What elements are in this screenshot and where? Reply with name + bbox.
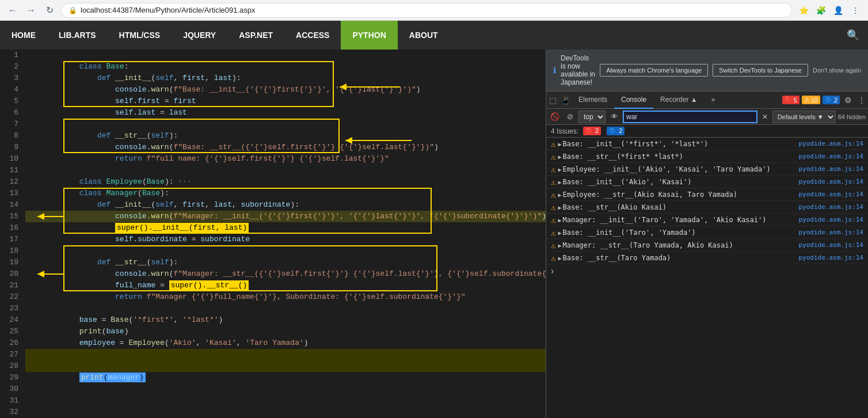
chrome-actions: ⭐ 🧩 👤 ⋮: [797, 3, 862, 17]
console-msg-7[interactable]: ⚠ ▶Manager: __init__('Taro', 'Yamada', '…: [546, 214, 868, 226]
menu-button[interactable]: ⋮: [848, 3, 862, 17]
nav-jquery[interactable]: JQUERY: [172, 21, 227, 50]
code-panel[interactable]: 12345 678910 1112131415 1617181920 21222…: [0, 50, 546, 418]
btn-switch[interactable]: Switch DevTools to Japanese: [713, 64, 808, 77]
warn-icon-2: ⚠: [551, 152, 555, 161]
main-area: 12345 678910 1112131415 1617181920 21222…: [0, 50, 868, 418]
extensions-button[interactable]: 🧩: [814, 3, 828, 17]
nav-home[interactable]: HOME: [0, 21, 47, 50]
dt-device-button[interactable]: 📱: [559, 94, 572, 107]
badge-info: 🔵 2: [823, 96, 840, 104]
context-select[interactable]: top: [578, 111, 606, 123]
code-line-4: self.first = first: [25, 84, 546, 96]
btn-dismiss[interactable]: Don't show again: [813, 67, 861, 74]
forward-button[interactable]: →: [24, 3, 38, 17]
nav-about[interactable]: ABOUT: [398, 21, 450, 50]
address-bar[interactable]: 🔒 localhost:44387/Menu/Python/Article/Ar…: [61, 3, 792, 18]
file-link-2[interactable]: pyodide.asm.js:14: [798, 153, 863, 160]
console-clear-button[interactable]: 🚫: [549, 111, 561, 123]
console-messages[interactable]: ⚠ ▶Base: __init__('*first*', '*last*') p…: [546, 138, 868, 418]
console-msg-8[interactable]: ⚠ ▶Base: __init__('Taro', 'Yamada') pyod…: [546, 226, 868, 239]
reload-button[interactable]: ↻: [43, 3, 56, 17]
code-lines: class Base: def __init__(self, first, la…: [23, 50, 546, 418]
console-msg-2[interactable]: ⚠ ▶Base: __str__(*first* *last*) pyodide…: [546, 150, 868, 163]
console-msg-3[interactable]: ⚠ ▶Employee: __init__('Akio', 'Kasai', '…: [546, 163, 868, 176]
nav-search-area: 🔍: [847, 21, 868, 50]
nav-access[interactable]: ACCESS: [284, 21, 341, 50]
file-link-5[interactable]: pyodide.asm.js:14: [798, 191, 863, 198]
console-msg-1[interactable]: ⚠ ▶Base: __init__('*first*', '*last*') p…: [546, 138, 868, 150]
console-msg-5[interactable]: ⚠ ▶Employee: __str__(Akio Kasai, Taro Ya…: [546, 188, 868, 201]
notification-text: DevTools is now available in Japanese!: [561, 54, 595, 86]
tab-more[interactable]: »: [705, 92, 722, 109]
code-line-2: def __init__(self, first, last):: [25, 61, 546, 73]
code-line-7: def __str__(self):: [25, 119, 546, 130]
console-eye-button[interactable]: 👁: [608, 111, 620, 123]
lock-icon: 🔒: [68, 6, 77, 14]
msg-text-10: ▶Base: __str__(Taro Yamada): [558, 254, 796, 262]
code-line-27: [25, 234, 546, 245]
clear-search-button[interactable]: ✕: [760, 112, 770, 122]
nav-search-button[interactable]: 🔍: [847, 29, 859, 41]
code-line-25: super().__init__(first, last): [25, 211, 546, 222]
code-line-22: class Manager(Base):: [25, 176, 546, 188]
line-numbers: 12345 678910 1112131415 1617181920 21222…: [0, 50, 23, 418]
code-line-9: return f"full name: {'{'}self.first{'}'}…: [25, 142, 546, 153]
tab-elements[interactable]: Elements: [572, 92, 614, 109]
devtools-panel: ℹ DevTools is now available in Japanese!…: [546, 50, 868, 418]
console-msg-4[interactable]: ⚠ ▶Base: __init__('Akio', 'Kasai') pyodi…: [546, 176, 868, 188]
msg-text-7: ▶Manager: __init__('Taro', 'Yamada', 'Ak…: [558, 216, 796, 224]
console-search-input[interactable]: [623, 111, 757, 123]
info-icon: ℹ: [553, 66, 556, 75]
code-line-10: [25, 153, 546, 165]
issues-label: 4 Issues:: [551, 127, 578, 135]
msg-text-6: ▶Base: __str__(Akio Kasai): [558, 203, 796, 211]
msg-text-3: ▶Employee: __init__('Akio', 'Kasai', 'Ta…: [558, 165, 796, 173]
nav-libarts[interactable]: LIB.ARTS: [47, 21, 108, 50]
nav-htmlcss[interactable]: HTML/CSS: [108, 21, 172, 50]
btn-language[interactable]: Always match Chrome's language: [600, 64, 708, 77]
bookmark-button[interactable]: ⭐: [797, 3, 810, 17]
warn-icon-7: ⚠: [551, 215, 555, 225]
file-link-9[interactable]: pyodide.asm.js:14: [798, 241, 863, 249]
msg-text-4: ▶Base: __init__('Akio', 'Kasai'): [558, 178, 796, 186]
gear-icon[interactable]: ⚙: [841, 96, 855, 105]
file-link-10[interactable]: pyodide.asm.js:14: [798, 254, 863, 261]
level-select[interactable]: Default levels ▼: [772, 111, 836, 123]
code-line-31: return f"Manager {'{'}full_name{'}'}, Su…: [25, 280, 546, 291]
code-line-23: def __init__(self, first, last, subordin…: [25, 188, 546, 199]
console-msg-10[interactable]: ⚠ ▶Base: __str__(Taro Yamada) pyodide.as…: [546, 252, 868, 264]
dt-inspect-button[interactable]: ⬚: [546, 94, 559, 107]
console-msg-6[interactable]: ⚠ ▶Base: __str__(Akio Kasai) pyodide.asm…: [546, 201, 868, 214]
warn-icon-6: ⚠: [551, 203, 555, 212]
back-button[interactable]: ←: [6, 3, 20, 17]
code-line-36: print(employee): [25, 337, 546, 349]
console-caret: ›: [546, 264, 868, 278]
file-link-8[interactable]: pyodide.asm.js:14: [798, 229, 863, 236]
profile-button[interactable]: 👤: [831, 3, 845, 17]
nav-aspnet[interactable]: ASP.NET: [227, 21, 284, 50]
badge-errors: 🔴 5: [782, 96, 800, 104]
code-line-30: full_name = super().__str__(): [25, 268, 546, 280]
tab-console[interactable]: Console: [614, 92, 653, 109]
file-link-3[interactable]: pyodide.asm.js:14: [798, 165, 863, 173]
file-link-6[interactable]: pyodide.asm.js:14: [798, 203, 863, 211]
tab-recorder[interactable]: Recorder ▲: [653, 92, 705, 109]
warn-icon-8: ⚠: [551, 228, 555, 237]
console-msg-9[interactable]: ⚠ ▶Manager: __str__(Taro Yamada, Akio Ka…: [546, 239, 868, 252]
file-link-1[interactable]: pyodide.asm.js:14: [798, 140, 863, 147]
code-line-24: console.warn(f"Manager: __init__('{'{'}f…: [25, 199, 546, 211]
msg-text-8: ▶Base: __init__('Taro', 'Yamada'): [558, 229, 796, 237]
warn-icon-5: ⚠: [551, 190, 555, 199]
console-filter-button[interactable]: ⊘: [564, 111, 576, 123]
warn-icon-10: ⚠: [551, 253, 555, 263]
browser-chrome: ← → ↻ 🔒 localhost:44387/Menu/Python/Arti…: [0, 0, 868, 21]
file-link-4[interactable]: pyodide.asm.js:14: [798, 178, 863, 185]
code-line-6: [25, 107, 546, 119]
more-icon[interactable]: ⋮: [855, 96, 868, 105]
file-link-7[interactable]: pyodide.asm.js:14: [798, 216, 863, 223]
issues-bar: 4 Issues: 🔴 2 🔵 2: [546, 125, 868, 138]
nav-python[interactable]: PYTHON: [341, 21, 397, 50]
warn-icon-9: ⚠: [551, 241, 555, 250]
hidden-count: 64 hidden: [838, 113, 866, 120]
